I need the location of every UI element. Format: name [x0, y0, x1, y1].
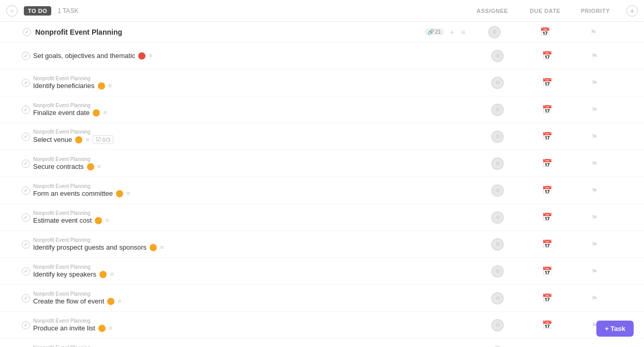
task-name-8[interactable]: Identify key speakers	[33, 270, 96, 278]
group-add-icon[interactable]: +	[448, 28, 456, 36]
task-menu-icon-8[interactable]: ≡	[110, 270, 114, 278]
task-assignee-cell-0: ⚙	[474, 50, 521, 62]
status-dot-8[interactable]	[99, 271, 107, 278]
task-name-7[interactable]: Identify prospect guests and sponsors	[33, 243, 147, 251]
status-dot-5[interactable]	[116, 190, 123, 197]
task-name-9[interactable]: Create the flow of event	[33, 297, 104, 305]
task-priority-cell-7[interactable]: ⚑	[574, 240, 615, 249]
task-menu-icon-6[interactable]: ≡	[105, 216, 109, 224]
task-priority-cell-1[interactable]: ⚑	[574, 79, 615, 87]
flag-icon-8: ⚑	[591, 267, 598, 276]
task-duedate-cell-5[interactable]: 📅	[524, 185, 570, 195]
flag-icon-7: ⚑	[591, 240, 598, 249]
task-menu-icon-3[interactable]: ≡	[85, 136, 90, 143]
task-priority-cell-4[interactable]: ⚑	[574, 160, 615, 168]
task-menu-icon-9[interactable]: ≡	[118, 297, 122, 305]
task-priority-cell-3[interactable]: ⚑	[574, 133, 615, 141]
task-duedate-cell-4[interactable]: 📅	[524, 158, 570, 168]
task-content-2: Nonprofit Event Planning Finalize event …	[33, 103, 471, 117]
task-checkbox-4[interactable]: ✓	[22, 160, 30, 168]
task-menu-icon-0[interactable]: ≡	[149, 52, 153, 60]
task-name-4[interactable]: Secure contracts	[33, 163, 84, 170]
flag-icon-5: ⚑	[591, 186, 598, 195]
status-dot-2[interactable]	[93, 109, 100, 117]
task-duedate-cell-0[interactable]: 📅	[524, 51, 570, 61]
task-assignee-cell-6: ⚙	[474, 211, 521, 224]
calendar-icon-0: 📅	[542, 51, 552, 61]
task-project-2: Nonprofit Event Planning	[33, 103, 471, 108]
gear-icon-10: ⚙	[495, 322, 500, 328]
task-name-0[interactable]: Set goals, objectives and thematic	[33, 52, 135, 60]
task-checkbox-7[interactable]: ✓	[22, 240, 30, 249]
status-dot-9[interactable]	[107, 298, 114, 305]
task-menu-icon-2[interactable]: ≡	[103, 109, 107, 117]
task-priority-cell-5[interactable]: ⚑	[574, 186, 615, 195]
task-duedate-cell-9[interactable]: 📅	[524, 293, 570, 303]
task-checkbox-8[interactable]: ✓	[22, 267, 30, 276]
status-dot-10[interactable]	[98, 325, 106, 332]
duedate-column-header: DUE DATE	[530, 8, 560, 14]
task-priority-cell-0[interactable]: ⚑	[574, 52, 615, 60]
task-priority-cell-8[interactable]: ⚑	[574, 267, 615, 276]
status-dot-3[interactable]	[75, 136, 82, 143]
group-check-mark: ✓	[25, 29, 29, 35]
status-dot-0[interactable]	[138, 52, 145, 60]
task-priority-cell-9[interactable]: ⚑	[574, 294, 615, 302]
task-menu-icon-1[interactable]: ≡	[108, 82, 112, 90]
task-duedate-cell-3[interactable]: 📅	[524, 132, 570, 141]
task-name-1[interactable]: Identify beneficiaries	[33, 82, 95, 90]
task-checkbox-5[interactable]: ✓	[22, 186, 30, 195]
task-menu-icon-10[interactable]: ≡	[109, 324, 113, 332]
back-button[interactable]: ○	[6, 5, 18, 17]
task-row: ✓ Nonprofit Event Planning Secure contra…	[0, 150, 644, 177]
check-mark-2: ✓	[24, 107, 28, 112]
task-duedate-cell-10[interactable]: 📅	[524, 320, 570, 330]
task-checkbox-3[interactable]: ✓	[22, 133, 30, 141]
task-checkbox-0[interactable]: ✓	[22, 52, 30, 60]
calendar-icon-8: 📅	[542, 266, 552, 276]
task-menu-icon-7[interactable]: ≡	[160, 243, 164, 251]
task-name-5[interactable]: Form an events committee	[33, 190, 113, 197]
task-name-6[interactable]: Estimate event cost	[33, 216, 92, 224]
task-duedate-cell-1[interactable]: 📅	[524, 78, 570, 88]
task-duedate-cell-7[interactable]: 📅	[524, 239, 570, 249]
status-dot-4[interactable]	[87, 163, 94, 170]
calendar-icon-9: 📅	[542, 293, 552, 303]
status-dot-1[interactable]	[98, 82, 105, 90]
task-duedate-cell-8[interactable]: 📅	[524, 266, 570, 276]
task-checkbox-9[interactable]: ✓	[22, 294, 30, 302]
task-priority-cell-6[interactable]: ⚑	[574, 213, 615, 222]
task-menu-icon-5[interactable]: ≡	[126, 190, 130, 197]
add-task-button[interactable]: + Task	[596, 321, 634, 337]
subtask-badge-3: ☑0/3	[93, 135, 113, 144]
task-name-2[interactable]: Finalize event date	[33, 109, 90, 117]
status-dot-6[interactable]	[95, 217, 102, 224]
task-checkbox-6[interactable]: ✓	[22, 213, 30, 222]
task-duedate-cell-2[interactable]: 📅	[524, 105, 570, 114]
back-icon: ○	[10, 8, 14, 14]
gear-icon-6: ⚙	[495, 214, 500, 220]
task-assignee-cell-10: ⚙	[474, 319, 521, 331]
gear-icon-8: ⚙	[495, 268, 500, 274]
task-row: ✓ Nonprofit Event Planning Identify bene…	[0, 69, 644, 96]
task-row: ✓ Nonprofit Event Planning Estimate even…	[0, 204, 644, 231]
task-checkbox-2[interactable]: ✓	[22, 106, 30, 114]
task-priority-cell-2[interactable]: ⚑	[574, 106, 615, 114]
task-checkbox-1[interactable]: ✓	[22, 79, 30, 87]
group-checkbox[interactable]: ✓	[23, 28, 31, 36]
calendar-icon-10: 📅	[542, 320, 552, 330]
task-content-11: Nonprofit Event Planning Identify VIPs ≡	[33, 345, 471, 347]
task-checkbox-10[interactable]: ✓	[22, 321, 30, 329]
task-duedate-cell-6[interactable]: 📅	[524, 212, 570, 222]
task-menu-icon-4[interactable]: ≡	[97, 163, 101, 170]
task-name-row-10: Produce an invite list ≡	[33, 324, 471, 332]
gear-icon-9: ⚙	[495, 295, 500, 301]
calendar-icon-7: 📅	[542, 239, 552, 249]
status-dot-7[interactable]	[150, 244, 157, 251]
task-name-3[interactable]: Select venue	[33, 136, 72, 143]
task-name-10[interactable]: Produce an invite list	[33, 324, 95, 332]
task-assignee-avatar-3: ⚙	[491, 131, 504, 143]
add-column-button[interactable]: +	[626, 5, 638, 17]
subtask-count-3: 0/3	[103, 137, 110, 143]
group-menu-icon[interactable]: ≡	[460, 28, 467, 36]
